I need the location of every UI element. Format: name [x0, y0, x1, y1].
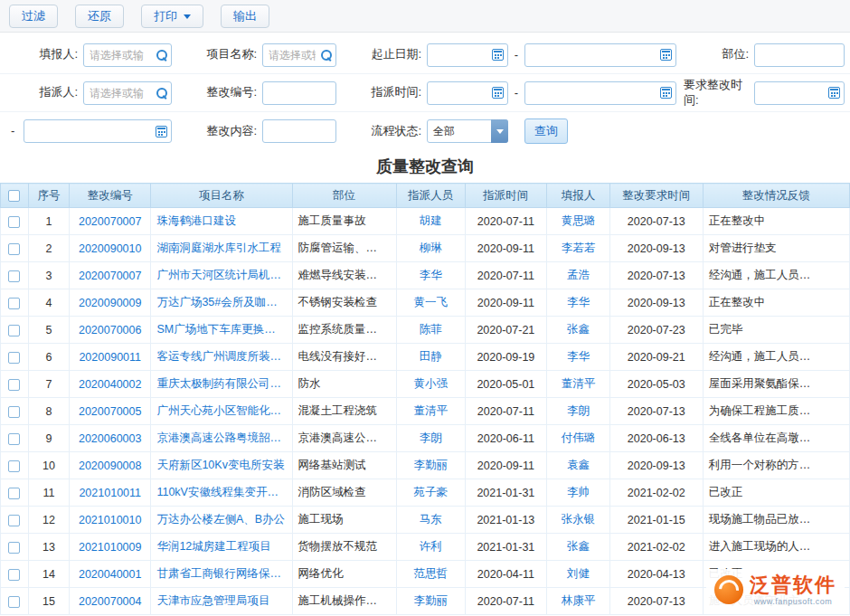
rectification-no-input[interactable] — [262, 81, 336, 105]
cell-assignee[interactable]: 苑子豪 — [396, 479, 465, 507]
cell-assignee[interactable]: 田静 — [396, 344, 465, 371]
cell-assignee[interactable]: 李勤丽 — [396, 588, 465, 615]
cell-filler[interactable]: 李朗 — [547, 398, 610, 425]
cell-rect_no[interactable]: 2020060003 — [70, 425, 151, 452]
cell-assignee[interactable]: 陈菲 — [396, 317, 465, 344]
column-header-required_time[interactable]: 整改要求时间 — [609, 184, 703, 208]
cell-filler[interactable]: 张永银 — [547, 507, 610, 534]
cell-rect_no[interactable]: 2020070004 — [70, 588, 151, 615]
cell-project[interactable]: 广州市天河区统计局机房… — [151, 262, 292, 289]
row-checkbox[interactable] — [8, 352, 20, 364]
calendar-icon[interactable] — [660, 49, 672, 61]
calendar-icon[interactable] — [492, 49, 504, 61]
cell-assignee[interactable]: 许利 — [396, 534, 465, 561]
cell-filler[interactable]: 李华 — [547, 344, 610, 371]
cell-assignee[interactable]: 胡建 — [396, 208, 465, 235]
row-checkbox[interactable] — [8, 460, 20, 472]
cell-filler[interactable]: 李华 — [547, 289, 610, 317]
column-header-location[interactable]: 部位 — [292, 184, 396, 208]
select-all-checkbox[interactable] — [8, 190, 20, 202]
cell-project[interactable]: 110kV安徽线程集变开断线 — [151, 479, 292, 507]
cell-rect_no[interactable]: 2020070006 — [70, 317, 151, 344]
cell-project[interactable]: 甘肃省工商银行网络保养工程 — [151, 561, 292, 588]
search-icon[interactable] — [156, 87, 167, 99]
cell-project[interactable]: SM广场地下车库更换摄像头 — [151, 317, 292, 344]
row-checkbox[interactable] — [8, 270, 20, 282]
date-range-end-input[interactable] — [524, 43, 676, 67]
cell-project[interactable]: 万达广场35#会所及咖啡厅 — [151, 289, 292, 317]
cell-assignee[interactable]: 黄一飞 — [396, 289, 465, 317]
cell-filler[interactable]: 李若若 — [547, 235, 610, 262]
cell-rect_no[interactable]: 2020090008 — [70, 452, 151, 479]
row-checkbox[interactable] — [8, 406, 20, 418]
column-header-filler[interactable]: 填报人 — [547, 184, 610, 208]
chevron-down-icon[interactable] — [491, 119, 508, 143]
cell-assignee[interactable]: 李勤丽 — [396, 452, 465, 479]
cell-project[interactable]: 客运专线广州调度所装修工程 — [151, 344, 292, 371]
cell-filler[interactable]: 付伟璐 — [547, 425, 610, 452]
status-select[interactable]: 全部 — [427, 119, 508, 143]
cell-rect_no[interactable]: 2021010011 — [70, 479, 151, 507]
cell-assignee[interactable]: 李朗 — [396, 425, 465, 452]
cell-filler[interactable]: 李帅 — [547, 479, 610, 507]
row-checkbox[interactable] — [8, 379, 20, 391]
row-checkbox[interactable] — [8, 298, 20, 309]
cell-rect_no[interactable]: 2021010010 — [70, 507, 151, 534]
cell-assignee[interactable]: 董清平 — [396, 398, 465, 425]
calendar-icon[interactable] — [156, 126, 167, 137]
cell-rect_no[interactable]: 2020040001 — [70, 561, 151, 588]
cell-filler[interactable]: 张鑫 — [547, 317, 610, 344]
cell-project[interactable]: 天府新区10Kv变电所安装 — [151, 452, 292, 479]
query-button[interactable]: 查询 — [524, 118, 568, 144]
cell-rect_no[interactable]: 2021010009 — [70, 534, 151, 561]
row-checkbox[interactable] — [8, 216, 20, 228]
cell-filler[interactable]: 刘健 — [547, 561, 610, 588]
content-input[interactable] — [262, 119, 336, 143]
row-checkbox[interactable] — [8, 488, 20, 499]
cell-rect_no[interactable]: 2020070007 — [70, 208, 151, 235]
cell-rect_no[interactable]: 2020090009 — [70, 289, 151, 317]
cell-project[interactable]: 重庆太极制药有限公司宅… — [151, 371, 292, 398]
cell-assignee[interactable]: 李华 — [396, 262, 465, 289]
cell-project[interactable]: 湖南洞庭湖水库引水工程 — [151, 235, 292, 262]
row-checkbox[interactable] — [8, 596, 20, 608]
calendar-icon[interactable] — [828, 87, 840, 99]
location-input[interactable] — [754, 43, 845, 67]
column-header-feedback[interactable]: 整改情况反馈 — [703, 184, 849, 208]
cell-project[interactable]: 万达办公楼左侧A、B办公 — [151, 507, 292, 534]
row-checkbox[interactable] — [8, 542, 20, 554]
search-icon[interactable] — [320, 49, 332, 61]
restore-button[interactable]: 还原 — [75, 5, 124, 28]
row-checkbox[interactable] — [8, 243, 20, 255]
cell-filler[interactable]: 林康平 — [547, 588, 610, 615]
cell-rect_no[interactable]: 2020070007 — [70, 262, 151, 289]
row-checkbox[interactable] — [8, 433, 20, 445]
cell-rect_no[interactable]: 2020090010 — [70, 235, 151, 262]
search-icon[interactable] — [156, 49, 167, 61]
column-header-assignee[interactable]: 指派人员 — [396, 184, 465, 208]
assign-time-end-input[interactable] — [524, 81, 676, 105]
cell-project[interactable]: 珠海鹤港口建设 — [151, 208, 292, 235]
cell-project[interactable]: 华润12城房建工程项目 — [151, 534, 292, 561]
cell-assignee[interactable]: 马东 — [396, 507, 465, 534]
required-time-end-input[interactable] — [24, 119, 172, 143]
column-header-seq[interactable]: 序号 — [28, 184, 69, 208]
cell-rect_no[interactable]: 2020040002 — [70, 371, 151, 398]
column-header-assign_time[interactable]: 指派时间 — [465, 184, 546, 208]
cell-filler[interactable]: 袁鑫 — [547, 452, 610, 479]
cell-assignee[interactable]: 黄小强 — [396, 371, 465, 398]
cell-rect_no[interactable]: 2020070005 — [70, 398, 151, 425]
filter-button[interactable]: 过滤 — [9, 5, 58, 28]
cell-project[interactable]: 天津市应急管理局项目 — [151, 588, 292, 615]
cell-project[interactable]: 广州天心苑小区智能化系统 — [151, 398, 292, 425]
calendar-icon[interactable] — [492, 87, 504, 99]
column-header-project[interactable]: 项目名称 — [151, 184, 292, 208]
column-header-rect_no[interactable]: 整改编号 — [70, 184, 151, 208]
row-checkbox[interactable] — [8, 325, 20, 336]
row-checkbox[interactable] — [8, 515, 20, 526]
cell-filler[interactable]: 孟浩 — [547, 262, 610, 289]
cell-filler[interactable]: 黄思璐 — [547, 208, 610, 235]
print-button[interactable]: 打印 — [141, 5, 203, 28]
cell-project[interactable]: 京港澳高速公路粤境韶关段 — [151, 425, 292, 452]
cell-assignee[interactable]: 柳琳 — [396, 235, 465, 262]
